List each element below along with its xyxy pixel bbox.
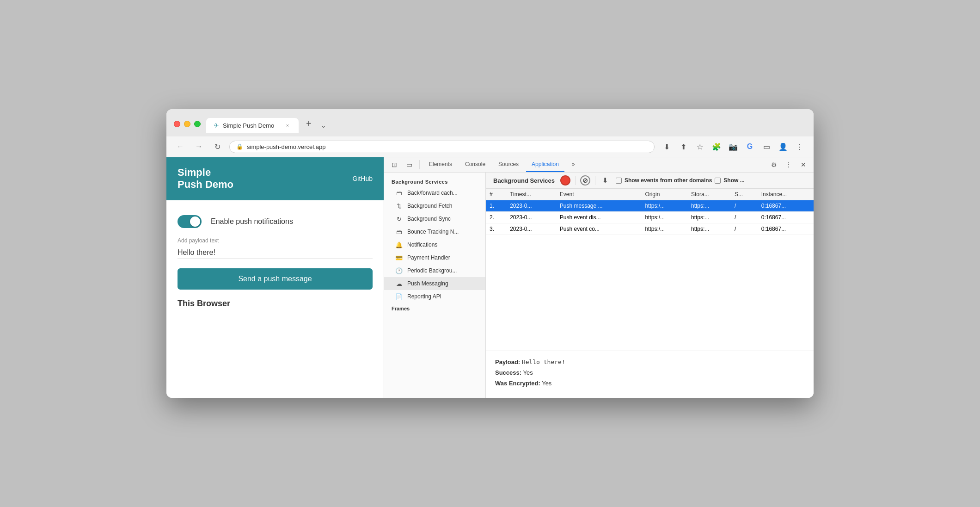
record-button[interactable] [560, 175, 570, 185]
row2-timestamp: 2023-0... [506, 212, 556, 223]
devtools-tab-console[interactable]: Console [459, 157, 491, 172]
title-bar: ✈ Simple Push Demo × + ⌄ [166, 109, 814, 136]
inspect-element-icon[interactable]: ⊡ [388, 158, 401, 171]
tabs-row: ✈ Simple Push Demo × + ⌄ [206, 115, 330, 133]
row1-storage: https:... [687, 200, 731, 212]
row1-origin: https:/... [641, 200, 687, 212]
payload-label: Add payload text [178, 237, 373, 244]
bounce-label: Bounce Tracking N... [407, 229, 459, 235]
row3-storage: https:... [687, 223, 731, 235]
bookmark-icon[interactable]: ☆ [693, 140, 706, 153]
show-events-checkbox[interactable] [616, 178, 622, 184]
title-bar-top: ✈ Simple Push Demo × + ⌄ [174, 115, 806, 133]
minimize-traffic-light[interactable] [184, 121, 190, 127]
payment-icon: 💳 [395, 254, 403, 261]
row3-origin: https:/... [641, 223, 687, 235]
detail-payload-row: Payload: Hello there! [495, 359, 804, 365]
periodic-label: Periodic Backgrou... [407, 267, 457, 274]
sidebar-icon[interactable]: ▭ [760, 140, 773, 153]
download-button[interactable]: ⬇ [600, 175, 610, 185]
devtools-end-actions: ⚙ ⋮ ✕ [767, 158, 810, 171]
col-timestamp: Timest... [506, 189, 556, 200]
content-area: Simple Push Demo GitHub Enable push noti… [166, 157, 814, 398]
encrypted-value: Yes [542, 380, 551, 387]
col-s: S... [731, 189, 758, 200]
sidebar-item-bgsync[interactable]: ↻ Background Sync [384, 212, 485, 225]
sidebar-item-bounce[interactable]: 🗃 Bounce Tracking N... [384, 225, 485, 238]
devtools-panel: ⊡ ▭ Elements Console Sources Application… [384, 157, 814, 398]
devtools-close-icon[interactable]: ✕ [797, 158, 810, 171]
tab-close-button[interactable]: × [284, 122, 291, 129]
payload-value: Hello there! [522, 359, 565, 365]
show-checkbox-2[interactable] [715, 178, 721, 184]
sidebar-item-push-messaging[interactable]: ☁ Push Messaging [384, 277, 485, 290]
lens-icon[interactable]: 📷 [727, 140, 740, 153]
send-push-button[interactable]: Send a push message [178, 268, 373, 290]
row1-event: Push message ... [556, 200, 642, 212]
action-separator-2 [595, 176, 595, 185]
event-row-3[interactable]: 3. 2023-0... Push event co... https:/...… [486, 223, 814, 235]
browser-tab[interactable]: ✈ Simple Push Demo × [206, 118, 299, 133]
maximize-traffic-light[interactable] [194, 121, 201, 127]
row2-s: / [731, 212, 758, 223]
reporting-label: Reporting API [407, 293, 441, 300]
devtools-tab-elements[interactable]: Elements [423, 157, 458, 172]
sidebar-item-notifications[interactable]: 🔔 Notifications [384, 238, 485, 251]
tab-overflow-button[interactable]: ⌄ [317, 118, 330, 133]
address-bar[interactable]: 🔒 simple-push-demo.vercel.app [229, 141, 655, 153]
push-messaging-icon: ☁ [395, 280, 403, 287]
github-link[interactable]: GitHub [352, 175, 373, 182]
browser-window: ✈ Simple Push Demo × + ⌄ ← → ↻ 🔒 simple-… [166, 109, 814, 398]
row2-origin: https:/... [641, 212, 687, 223]
detail-success-row: Success: Yes [495, 369, 804, 376]
event-row-2[interactable]: 2. 2023-0... Push event dis... https:/..… [486, 212, 814, 223]
devtools-more-icon[interactable]: ⋮ [782, 158, 795, 171]
extensions-icon[interactable]: 🧩 [710, 140, 723, 153]
traffic-lights [174, 121, 201, 127]
row3-num: 3. [486, 223, 506, 235]
success-value: Yes [523, 369, 533, 376]
sidebar-item-bgfetch[interactable]: ⇅ Background Fetch [384, 199, 485, 212]
encrypted-key: Was Encrypted: [495, 380, 540, 387]
back-button[interactable]: ← [174, 140, 187, 153]
devtools-settings-icon[interactable]: ⚙ [767, 158, 780, 171]
frames-label: Frames [384, 303, 485, 313]
share-icon[interactable]: ⬆ [677, 140, 690, 153]
devtools-tab-more[interactable]: » [566, 157, 581, 172]
sidebar-item-backforward[interactable]: 🗃 Back/forward cach... [384, 186, 485, 199]
reload-button[interactable]: ↻ [211, 140, 224, 153]
reporting-icon: 📄 [395, 293, 403, 300]
bgsync-icon: ↻ [395, 215, 403, 223]
bg-services-header: Background Services ⊘ ⬇ Show events from… [486, 173, 814, 189]
col-instance: Instance... [758, 189, 814, 200]
new-tab-button[interactable]: + [300, 115, 317, 133]
device-toolbar-icon[interactable]: ▭ [403, 158, 416, 171]
payload-input[interactable] [178, 247, 373, 259]
toggle-label: Enable push notifications [211, 217, 293, 226]
website-panel: Simple Push Demo GitHub Enable push noti… [166, 157, 384, 398]
row3-timestamp: 2023-0... [506, 223, 556, 235]
google-icon[interactable]: G [743, 140, 756, 153]
sidebar-item-payment[interactable]: 💳 Payment Handler [384, 251, 485, 264]
row2-event: Push event dis... [556, 212, 642, 223]
profile-icon[interactable]: 👤 [777, 140, 790, 153]
forward-button[interactable]: → [192, 140, 205, 153]
menu-icon[interactable]: ⋮ [793, 140, 806, 153]
row3-instance: 0:16867... [758, 223, 814, 235]
row2-num: 2. [486, 212, 506, 223]
event-row-1[interactable]: 1. 2023-0... Push message ... https:/...… [486, 200, 814, 212]
close-traffic-light[interactable] [174, 121, 180, 127]
periodic-icon: 🕐 [395, 267, 403, 274]
row1-timestamp: 2023-0... [506, 200, 556, 212]
sidebar-item-reporting[interactable]: 📄 Reporting API [384, 290, 485, 303]
toggle-knob [190, 216, 200, 227]
push-notifications-toggle[interactable] [178, 215, 202, 228]
sidebar-item-periodic[interactable]: 🕐 Periodic Backgrou... [384, 264, 485, 277]
row1-num: 1. [486, 200, 506, 212]
col-origin: Origin [641, 189, 687, 200]
clear-button[interactable]: ⊘ [580, 175, 590, 185]
devtools-tab-sources[interactable]: Sources [493, 157, 524, 172]
download-icon[interactable]: ⬇ [660, 140, 673, 153]
devtools-tab-application[interactable]: Application [526, 157, 564, 172]
detail-panel: Payload: Hello there! Success: Yes Was E… [486, 351, 814, 398]
